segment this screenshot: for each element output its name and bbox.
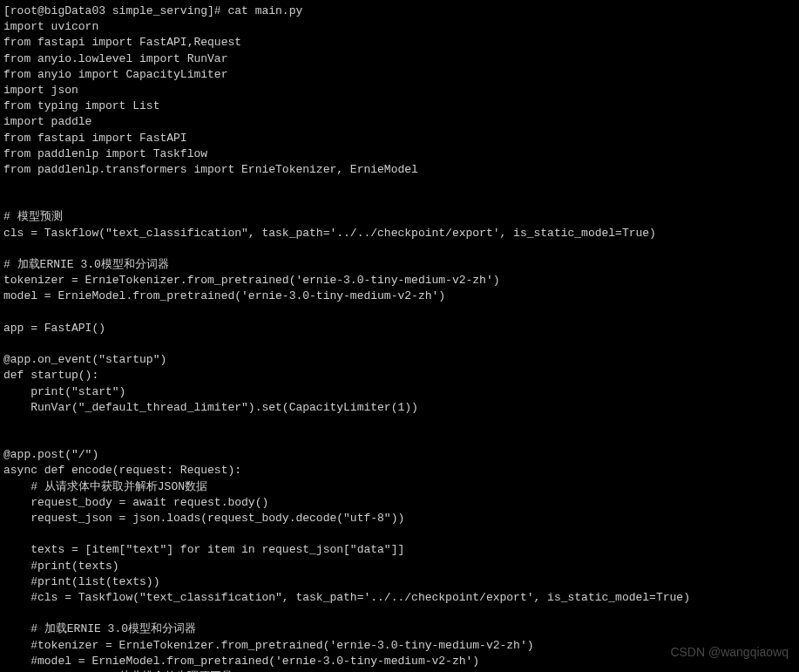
code-line: from fastapi import FastAPI xyxy=(3,132,187,145)
code-line: request_json = json.loads(request_body.d… xyxy=(3,512,404,525)
code-line: #model = ErnieModel.from_pretrained('ern… xyxy=(3,655,479,668)
code-line: def startup(): xyxy=(3,369,98,382)
code-line: request_body = await request.body() xyxy=(3,496,268,509)
code-line: tokenizer = ErnieTokenizer.from_pretrain… xyxy=(3,274,500,287)
code-line: async def encode(request: Request): xyxy=(3,464,241,477)
code-line: RunVar("_default_thread_limiter").set(Ca… xyxy=(3,401,418,414)
code-line: import paddle xyxy=(3,115,91,128)
code-line: from fastapi import FastAPI,Request xyxy=(3,36,241,49)
code-line: # 从请求体中获取并解析JSON数据 xyxy=(3,480,207,493)
code-line: #tokenizer = ErnieTokenizer.from_pretrai… xyxy=(3,639,534,652)
code-line: texts = [item["text"] for item in reques… xyxy=(3,543,404,556)
code-line: import uvicorn xyxy=(3,20,98,33)
code-line: @app.on_event("startup") xyxy=(3,353,166,366)
code-line: from typing import List xyxy=(3,99,159,112)
code-line: cls = Taskflow("text_classification", ta… xyxy=(3,227,656,240)
code-line: # 加载ERNIE 3.0模型和分词器 xyxy=(3,622,196,635)
code-line: #print(texts) xyxy=(3,560,119,573)
code-line: app = FastAPI() xyxy=(3,322,105,335)
code-line: from anyio import CapacityLimiter xyxy=(3,68,227,81)
code-line: from paddlenlp import Taskflow xyxy=(3,147,207,160)
code-line: import json xyxy=(3,84,78,97)
code-line: # 加载ERNIE 3.0模型和分词器 xyxy=(3,258,169,271)
code-line: print("start") xyxy=(3,385,125,398)
code-line: from anyio.lowlevel import RunVar xyxy=(3,52,227,65)
code-line: #print(list(texts)) xyxy=(3,575,159,588)
terminal-output[interactable]: [root@bigData03 simple_serving]# cat mai… xyxy=(3,3,796,672)
code-line: #cls = Taskflow("text_classification", t… xyxy=(3,591,690,604)
watermark-text: CSDN @wangqiaowq xyxy=(670,644,789,662)
code-line: model = ErnieModel.from_pretrained('erni… xyxy=(3,289,445,302)
code-line: from paddlenlp.transformers import Ernie… xyxy=(3,163,418,176)
code-line: # 模型预测 xyxy=(3,210,63,223)
code-line: @app.post("/") xyxy=(3,448,98,461)
shell-prompt: [root@bigData03 simple_serving]# cat mai… xyxy=(3,4,302,17)
